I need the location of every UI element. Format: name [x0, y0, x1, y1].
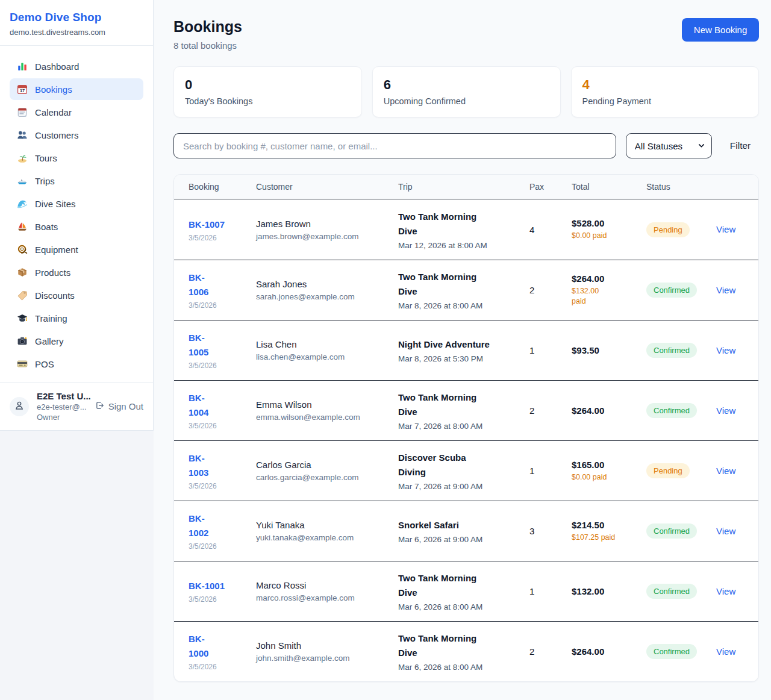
sidebar-item-discounts[interactable]: Discounts	[10, 284, 143, 306]
booking-link[interactable]: BK-1004	[189, 391, 208, 420]
sidebar-item-tours[interactable]: Tours	[10, 147, 143, 169]
column-header-trip: Trip	[398, 182, 529, 192]
sidebar-item-trips[interactable]: Trips	[10, 170, 143, 192]
bar-chart-icon	[17, 61, 28, 72]
booking-link[interactable]: BK-1000	[189, 632, 208, 661]
wave-icon	[17, 198, 28, 209]
view-link[interactable]: View	[716, 586, 735, 596]
page-header-text: Bookings 8 total bookings	[173, 18, 242, 51]
sidebar-item-products[interactable]: Products	[10, 261, 143, 283]
sidebar-item-pos[interactable]: POS	[10, 353, 143, 375]
sign-out-button[interactable]: Sign Out	[95, 401, 143, 412]
camera-icon	[17, 336, 28, 346]
amount-paid: $0.00 paid	[572, 472, 638, 483]
total-cell: $264.00	[572, 405, 646, 416]
booking-date: 3/5/2026	[189, 361, 248, 370]
sidebar-item-gallery[interactable]: Gallery	[10, 330, 143, 352]
booking-cell: BK-10043/5/2026	[189, 391, 256, 430]
total-amount: $528.00	[572, 218, 638, 228]
stat-card-todays-bookings: 0 Today's Bookings	[173, 66, 362, 117]
trip-cell: Discover ScubaDivingMar 7, 2026 at 9:00 …	[398, 451, 529, 491]
table-row: BK-10023/5/2026Yuki Tanakayuki.tanaka@ex…	[174, 501, 758, 561]
booking-link[interactable]: BK-1002	[189, 511, 208, 540]
booking-link[interactable]: BK-1006	[189, 270, 208, 299]
status-badge: Confirmed	[646, 523, 697, 539]
avatar	[10, 397, 29, 416]
package-icon	[17, 267, 28, 278]
pax-cell: 3	[529, 526, 572, 536]
pax-cell: 2	[529, 646, 572, 657]
status-badge: Pending	[646, 222, 690, 237]
sidebar-item-bookings[interactable]: 17Bookings	[10, 78, 143, 100]
status-filter-select[interactable]: All Statuses	[626, 133, 712, 158]
sidebar: Demo Dive Shop demo.test.divestreams.com…	[0, 0, 154, 431]
customer-email: james.brown@example.com	[256, 232, 390, 241]
filter-button[interactable]: Filter	[722, 136, 759, 156]
booking-link[interactable]: BK-1005	[189, 331, 208, 360]
calendar-icon	[17, 107, 28, 117]
trip-name: Two Tank MorningDive	[398, 571, 521, 600]
credit-card-icon	[17, 358, 28, 369]
amount-paid: $107.25 paid	[572, 533, 638, 543]
stat-card-upcoming-confirmed: 6 Upcoming Confirmed	[372, 66, 561, 117]
customer-email: yuki.tanaka@example.com	[256, 533, 390, 542]
sidebar-item-customers[interactable]: Customers	[10, 124, 143, 146]
sidebar-item-dive-sites[interactable]: Dive Sites	[10, 193, 143, 214]
view-link[interactable]: View	[716, 526, 735, 536]
status-filter-wrap: All Statuses	[626, 133, 712, 158]
pax-cell: 4	[529, 225, 572, 235]
new-booking-button[interactable]: New Booking	[682, 18, 759, 42]
total-cell: $528.00$0.00 paid	[572, 218, 646, 241]
sidebar-header: Demo Dive Shop demo.test.divestreams.com	[0, 0, 153, 46]
view-link[interactable]: View	[716, 646, 735, 657]
svg-text:17: 17	[20, 88, 25, 93]
table-row: BK-10013/5/2026Marco Rossimarco.rossi@ex…	[174, 561, 758, 621]
customer-cell: James Brownjames.brown@example.com	[256, 219, 398, 241]
status-cell: Confirmed	[646, 283, 716, 298]
table-row: BK-10003/5/2026John Smithjohn.smith@exam…	[174, 621, 758, 681]
customer-email: lisa.chen@example.com	[256, 352, 390, 361]
trip-name: Two Tank MorningDive	[398, 631, 521, 660]
graduation-cap-icon	[17, 313, 28, 323]
customer-name: Emma Wilson	[256, 399, 390, 410]
actions-cell: View	[716, 646, 744, 657]
sidebar-item-training[interactable]: Training	[10, 307, 143, 329]
search-input[interactable]	[173, 133, 616, 158]
customer-email: john.smith@example.com	[256, 654, 390, 663]
view-link[interactable]: View	[716, 466, 735, 476]
stat-label: Pending Payment	[582, 96, 748, 106]
trip-datetime: Mar 8, 2026 at 5:30 PM	[398, 354, 521, 363]
column-header-status: Status	[646, 182, 716, 192]
actions-cell: View	[716, 526, 744, 537]
view-link[interactable]: View	[716, 285, 735, 295]
status-cell: Confirmed	[646, 644, 716, 659]
page-title: Bookings	[173, 18, 242, 36]
booking-link[interactable]: BK-1001	[189, 579, 225, 593]
trip-cell: Two Tank MorningDiveMar 12, 2026 at 8:00…	[398, 210, 529, 250]
booking-date: 3/5/2026	[189, 422, 248, 430]
sidebar-item-dashboard[interactable]: Dashboard	[10, 55, 143, 77]
sidebar-item-label: Dive Sites	[35, 199, 76, 209]
trip-cell: Two Tank MorningDiveMar 8, 2026 at 8:00 …	[398, 270, 529, 310]
column-header-customer: Customer	[256, 182, 398, 192]
speedboat-icon	[17, 175, 28, 186]
customer-email: sarah.jones@example.com	[256, 292, 390, 301]
booking-link[interactable]: BK-1003	[189, 451, 208, 480]
view-link[interactable]: View	[716, 345, 735, 355]
sidebar-item-label: Boats	[35, 222, 58, 232]
sidebar-item-calendar[interactable]: Calendar	[10, 101, 143, 123]
trip-cell: Snorkel SafariMar 6, 2026 at 9:00 AM	[398, 518, 529, 544]
total-cell: $93.50	[572, 345, 646, 355]
view-link[interactable]: View	[716, 224, 735, 234]
status-cell: Confirmed	[646, 343, 716, 358]
shop-name: Demo Dive Shop	[10, 11, 143, 24]
sidebar-item-equipment[interactable]: Equipment	[10, 239, 143, 260]
total-cell: $264.00	[572, 646, 646, 657]
view-link[interactable]: View	[716, 405, 735, 416]
booking-link[interactable]: BK-1007	[189, 217, 225, 232]
status-cell: Pending	[646, 463, 716, 478]
stat-label: Upcoming Confirmed	[384, 96, 549, 106]
sidebar-item-boats[interactable]: Boats	[10, 216, 143, 237]
status-cell: Pending	[646, 222, 716, 237]
booking-date: 3/5/2026	[189, 663, 248, 671]
